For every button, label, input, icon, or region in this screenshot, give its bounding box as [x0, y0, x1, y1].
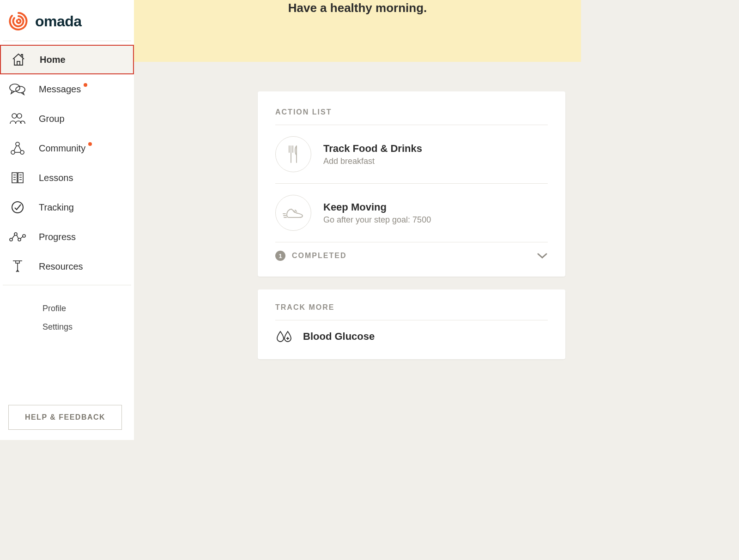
sidebar-item-label: Community	[39, 143, 85, 154]
sidebar-item-lessons[interactable]: Lessons	[0, 163, 134, 193]
svg-point-5	[16, 142, 19, 146]
sidebar-item-tracking[interactable]: Tracking	[0, 193, 134, 222]
divider	[3, 285, 131, 285]
sidebar-subitem-profile[interactable]: Profile	[42, 299, 134, 318]
svg-point-1	[10, 84, 20, 91]
track-more-title: TRACK MORE	[275, 303, 548, 320]
progress-icon	[9, 231, 26, 242]
sidebar-item-progress[interactable]: Progress	[0, 222, 134, 252]
action-list-title: ACTION LIST	[275, 108, 548, 125]
greeting-text: Have a healthy morning.	[288, 1, 427, 62]
svg-point-3	[12, 114, 17, 118]
tracking-icon	[9, 200, 26, 214]
svg-point-4	[17, 114, 22, 118]
group-icon	[9, 112, 26, 125]
svg-point-2	[16, 86, 25, 93]
sidebar-sub-label: Profile	[42, 304, 66, 313]
greeting-banner: Have a healthy morning.	[134, 0, 581, 62]
track-more-card: TRACK MORE Blood Glucose	[258, 289, 565, 359]
sidebar-subitem-settings[interactable]: Settings	[42, 318, 134, 336]
sidebar-item-resources[interactable]: Resources	[0, 252, 134, 281]
messages-icon	[9, 83, 26, 96]
action-item-title: Track Food & Drinks	[323, 143, 422, 155]
sidebar-item-label: Resources	[39, 261, 83, 272]
notification-dot-icon	[84, 83, 87, 87]
sidebar-item-messages[interactable]: Messages	[0, 74, 134, 104]
sidebar-sub: Profile Settings	[0, 289, 134, 336]
help-label: HELP & FEEDBACK	[25, 413, 105, 421]
completed-count-badge: 1	[275, 251, 285, 261]
svg-point-6	[11, 151, 15, 154]
action-item-track-food[interactable]: Track Food & Drinks Add breakfast	[275, 125, 548, 184]
food-icon	[275, 136, 311, 172]
track-item-title: Blood Glucose	[303, 331, 375, 343]
blood-glucose-icon	[275, 330, 293, 343]
sidebar-sub-label: Settings	[42, 322, 73, 332]
sidebar: omada Home	[0, 0, 134, 440]
brand: omada	[0, 0, 134, 41]
svg-point-8	[12, 202, 23, 213]
community-icon	[9, 141, 26, 155]
main: Have a healthy morning. ACTION LIST Trac…	[134, 0, 581, 440]
nav: Home Messages	[0, 45, 134, 285]
sidebar-item-group[interactable]: Group	[0, 104, 134, 133]
sidebar-item-label: Progress	[39, 232, 76, 242]
action-item-keep-moving[interactable]: Keep Moving Go after your step goal: 750…	[275, 184, 548, 242]
notification-dot-icon	[88, 142, 92, 146]
action-list-card: ACTION LIST Track Food & Drinks Add brea…	[258, 91, 565, 277]
sidebar-item-label: Messages	[39, 84, 81, 95]
chevron-down-icon	[537, 253, 548, 259]
action-item-title: Keep Moving	[323, 201, 431, 213]
divider	[3, 41, 131, 41]
shoe-icon	[275, 195, 311, 231]
action-item-subtitle: Add breakfast	[323, 157, 422, 166]
completed-toggle[interactable]: 1 COMPLETED	[275, 242, 548, 272]
sidebar-item-home[interactable]: Home	[0, 45, 134, 74]
lessons-icon	[9, 171, 26, 185]
sidebar-item-label: Tracking	[39, 202, 74, 213]
home-icon	[10, 53, 27, 66]
brand-name: omada	[35, 13, 82, 30]
sidebar-item-label: Group	[39, 114, 65, 124]
help-feedback-button[interactable]: HELP & FEEDBACK	[8, 405, 122, 430]
resources-icon	[9, 259, 26, 274]
svg-point-7	[20, 151, 24, 154]
completed-label: COMPLETED	[292, 252, 346, 260]
svg-rect-0	[17, 61, 20, 65]
sidebar-item-label: Lessons	[39, 173, 73, 183]
sidebar-item-label: Home	[40, 54, 66, 65]
sidebar-item-community[interactable]: Community	[0, 133, 134, 163]
brand-logo-icon	[8, 11, 29, 31]
action-item-subtitle: Go after your step goal: 7500	[323, 215, 431, 225]
track-item-blood-glucose[interactable]: Blood Glucose	[275, 320, 548, 355]
